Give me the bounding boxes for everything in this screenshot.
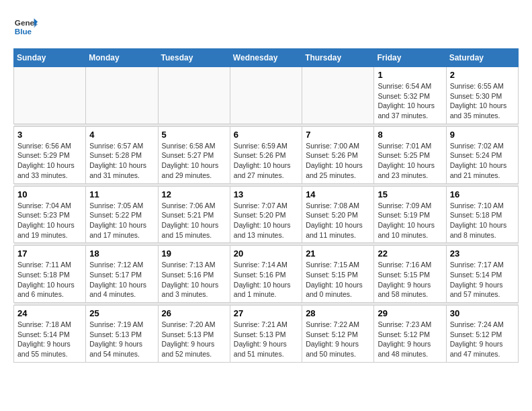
table-row: 22Sunrise: 7:16 AM Sunset: 5:15 PM Dayli… [374,246,446,303]
day-number: 9 [450,130,515,140]
table-row: 18Sunrise: 7:12 AM Sunset: 5:17 PM Dayli… [86,246,158,303]
day-info: Sunrise: 6:57 AM Sunset: 5:28 PM Dayligh… [89,141,154,181]
day-number: 10 [17,189,82,199]
page-header: General Blue [13,13,519,38]
table-row: 24Sunrise: 7:18 AM Sunset: 5:14 PM Dayli… [14,306,86,363]
day-number: 3 [17,130,82,140]
day-info: Sunrise: 7:15 AM Sunset: 5:15 PM Dayligh… [306,260,370,300]
day-info: Sunrise: 6:58 AM Sunset: 5:27 PM Dayligh… [162,141,226,181]
day-number: 13 [234,189,298,199]
table-row: 19Sunrise: 7:13 AM Sunset: 5:16 PM Dayli… [158,246,230,303]
day-number: 27 [234,308,298,318]
calendar-header-wednesday: Wednesday [230,49,302,67]
day-number: 18 [89,248,154,259]
day-info: Sunrise: 7:02 AM Sunset: 5:24 PM Dayligh… [450,141,515,181]
calendar-week-row: 10Sunrise: 7:04 AM Sunset: 5:23 PM Dayli… [14,186,519,243]
table-row: 13Sunrise: 7:07 AM Sunset: 5:20 PM Dayli… [230,186,302,243]
day-number: 6 [234,130,298,140]
table-row: 16Sunrise: 7:10 AM Sunset: 5:18 PM Dayli… [446,186,518,243]
table-row: 17Sunrise: 7:11 AM Sunset: 5:18 PM Dayli… [14,246,86,303]
svg-text:Blue: Blue [15,27,32,36]
day-number: 23 [450,248,515,259]
day-number: 15 [378,189,442,199]
table-row: 27Sunrise: 7:21 AM Sunset: 5:13 PM Dayli… [230,306,302,363]
day-number: 28 [306,308,370,318]
table-row: 29Sunrise: 7:23 AM Sunset: 5:12 PM Dayli… [374,306,446,363]
table-row: 7Sunrise: 7:00 AM Sunset: 5:26 PM Daylig… [302,126,374,183]
day-number: 5 [162,130,226,140]
calendar-header-thursday: Thursday [302,49,374,67]
table-row: 6Sunrise: 6:59 AM Sunset: 5:26 PM Daylig… [230,126,302,183]
day-number: 12 [162,189,226,199]
day-number: 1 [378,70,442,80]
day-info: Sunrise: 7:10 AM Sunset: 5:18 PM Dayligh… [450,201,515,240]
table-row: 23Sunrise: 7:17 AM Sunset: 5:14 PM Dayli… [446,246,518,303]
table-row: 5Sunrise: 6:58 AM Sunset: 5:27 PM Daylig… [158,126,230,183]
day-number: 2 [450,70,515,80]
table-row: 10Sunrise: 7:04 AM Sunset: 5:23 PM Dayli… [14,186,86,243]
calendar-header-row: SundayMondayTuesdayWednesdayThursdayFrid… [14,49,519,67]
day-info: Sunrise: 7:23 AM Sunset: 5:12 PM Dayligh… [378,320,442,359]
day-info: Sunrise: 7:18 AM Sunset: 5:14 PM Dayligh… [17,320,82,359]
day-info: Sunrise: 7:20 AM Sunset: 5:13 PM Dayligh… [162,320,226,359]
table-row: 9Sunrise: 7:02 AM Sunset: 5:24 PM Daylig… [446,126,518,183]
day-number: 16 [450,189,515,199]
table-row: 1Sunrise: 6:54 AM Sunset: 5:32 PM Daylig… [374,67,446,124]
day-info: Sunrise: 7:04 AM Sunset: 5:23 PM Dayligh… [17,201,82,240]
day-info: Sunrise: 7:19 AM Sunset: 5:13 PM Dayligh… [89,320,154,359]
table-row [158,67,230,124]
table-row [230,67,302,124]
day-info: Sunrise: 7:05 AM Sunset: 5:22 PM Dayligh… [89,201,154,240]
day-info: Sunrise: 7:06 AM Sunset: 5:21 PM Dayligh… [162,201,226,240]
table-row: 8Sunrise: 7:01 AM Sunset: 5:25 PM Daylig… [374,126,446,183]
day-number: 24 [17,308,82,318]
day-number: 21 [306,248,370,259]
table-row: 21Sunrise: 7:15 AM Sunset: 5:15 PM Dayli… [302,246,374,303]
calendar-header-monday: Monday [86,49,158,67]
table-row: 28Sunrise: 7:22 AM Sunset: 5:12 PM Dayli… [302,306,374,363]
logo: General Blue [13,13,38,38]
table-row: 20Sunrise: 7:14 AM Sunset: 5:16 PM Dayli… [230,246,302,303]
day-number: 26 [162,308,226,318]
day-number: 20 [234,248,298,259]
calendar-header-tuesday: Tuesday [158,49,230,67]
day-info: Sunrise: 7:14 AM Sunset: 5:16 PM Dayligh… [234,260,298,300]
day-info: Sunrise: 7:12 AM Sunset: 5:17 PM Dayligh… [89,260,154,300]
calendar-header-sunday: Sunday [14,49,86,67]
day-info: Sunrise: 7:24 AM Sunset: 5:12 PM Dayligh… [450,320,515,359]
day-number: 19 [162,248,226,259]
table-row [302,67,374,124]
table-row: 4Sunrise: 6:57 AM Sunset: 5:28 PM Daylig… [86,126,158,183]
calendar-week-row: 24Sunrise: 7:18 AM Sunset: 5:14 PM Dayli… [14,306,519,363]
table-row: 14Sunrise: 7:08 AM Sunset: 5:20 PM Dayli… [302,186,374,243]
table-row: 26Sunrise: 7:20 AM Sunset: 5:13 PM Dayli… [158,306,230,363]
table-row: 30Sunrise: 7:24 AM Sunset: 5:12 PM Dayli… [446,306,518,363]
table-row: 15Sunrise: 7:09 AM Sunset: 5:19 PM Dayli… [374,186,446,243]
day-info: Sunrise: 7:17 AM Sunset: 5:14 PM Dayligh… [450,260,515,300]
calendar-week-row: 3Sunrise: 6:56 AM Sunset: 5:29 PM Daylig… [14,126,519,183]
table-row [14,67,86,124]
day-info: Sunrise: 6:56 AM Sunset: 5:29 PM Dayligh… [17,141,82,181]
table-row: 25Sunrise: 7:19 AM Sunset: 5:13 PM Dayli… [86,306,158,363]
day-number: 4 [89,130,154,140]
day-number: 30 [450,308,515,318]
day-number: 14 [306,189,370,199]
day-info: Sunrise: 7:22 AM Sunset: 5:12 PM Dayligh… [306,320,370,359]
calendar-table: SundayMondayTuesdayWednesdayThursdayFrid… [13,48,519,363]
table-row: 12Sunrise: 7:06 AM Sunset: 5:21 PM Dayli… [158,186,230,243]
table-row: 3Sunrise: 6:56 AM Sunset: 5:29 PM Daylig… [14,126,86,183]
day-number: 25 [89,308,154,318]
day-number: 22 [378,248,442,259]
day-info: Sunrise: 7:11 AM Sunset: 5:18 PM Dayligh… [17,260,82,300]
day-info: Sunrise: 7:09 AM Sunset: 5:19 PM Dayligh… [378,201,442,240]
table-row [86,67,158,124]
day-number: 11 [89,189,154,199]
calendar-header-saturday: Saturday [446,49,518,67]
day-number: 8 [378,130,442,140]
day-info: Sunrise: 7:21 AM Sunset: 5:13 PM Dayligh… [234,320,298,359]
calendar-week-row: 17Sunrise: 7:11 AM Sunset: 5:18 PM Dayli… [14,246,519,303]
day-info: Sunrise: 7:01 AM Sunset: 5:25 PM Dayligh… [378,141,442,181]
calendar-week-row: 1Sunrise: 6:54 AM Sunset: 5:32 PM Daylig… [14,67,519,124]
logo-icon: General Blue [13,13,38,38]
day-number: 17 [17,248,82,259]
